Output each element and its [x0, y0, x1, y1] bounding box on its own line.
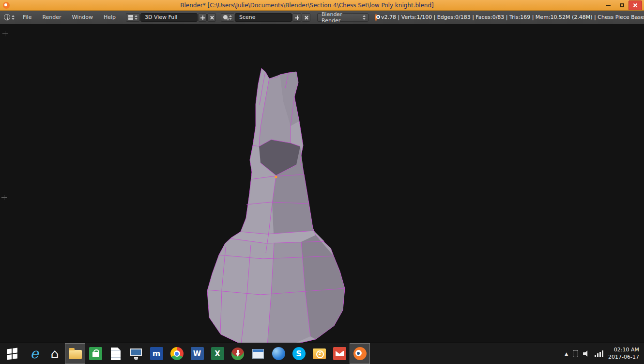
taskbar-internet-explorer[interactable]: e: [24, 343, 45, 364]
windows-logo-icon: [7, 348, 17, 360]
network-signal-icon[interactable]: [595, 350, 603, 357]
taskbar-m-app[interactable]: m: [146, 343, 167, 364]
download-manager-icon: [231, 348, 244, 360]
scene-browse-button[interactable]: [221, 13, 234, 22]
minimize-icon: [606, 5, 611, 6]
taskbar-skype[interactable]: S: [289, 343, 309, 364]
skype-icon: S: [292, 347, 306, 360]
folder-icon: [69, 350, 82, 359]
word-icon: W: [191, 347, 204, 360]
menu-render[interactable]: Render: [37, 14, 66, 20]
stepper-arrows-icon: [12, 15, 15, 20]
taskbar-chrome[interactable]: [167, 343, 187, 364]
gmail-icon: [333, 347, 346, 360]
system-tray: ▲ 02:10 AM 2017-06-17: [560, 343, 644, 364]
delete-layout-button[interactable]: [207, 13, 216, 22]
info-editor-icon: [4, 14, 10, 20]
monitor-icon: [130, 348, 142, 356]
blender-taskbar-icon: [353, 347, 367, 360]
viewport-3d[interactable]: [0, 24, 644, 343]
scene-widget: Scene: [221, 13, 310, 22]
close-button[interactable]: [629, 0, 642, 10]
taskbar-store[interactable]: [85, 343, 106, 364]
stepper-arrows-icon: [363, 15, 366, 20]
taskbar-document[interactable]: [106, 343, 126, 364]
mail-clock-icon: [313, 348, 326, 359]
blender-info-header: File Render Window Help 3D View Full Sce…: [0, 11, 644, 24]
excel-icon: X: [211, 347, 224, 360]
taskbar-excel[interactable]: X: [207, 343, 228, 364]
render-engine-dropdown[interactable]: Blender Render: [317, 13, 368, 22]
screen-layout-field[interactable]: 3D View Full: [140, 13, 198, 22]
device-icon[interactable]: [573, 350, 578, 357]
taskbar-browser[interactable]: [268, 343, 289, 364]
blender-app-icon[interactable]: [3, 2, 10, 9]
minimize-button[interactable]: [601, 0, 615, 10]
scene-icon: [223, 15, 228, 19]
start-button[interactable]: [0, 343, 24, 364]
home-icon: ⌂: [50, 347, 59, 360]
scene-statistics: v2.78 | Verts:1/100 | Edges:0/183 | Face…: [381, 14, 644, 20]
menu-file[interactable]: File: [17, 14, 37, 20]
clock-time: 02:10 AM: [608, 347, 639, 354]
scene-field[interactable]: Scene: [235, 13, 292, 22]
delete-scene-button[interactable]: [302, 13, 310, 22]
windows-taskbar: e ⌂ m W X: [0, 343, 644, 364]
maximize-icon: [620, 3, 624, 7]
taskbar-clock[interactable]: 02:10 AM 2017-06-17: [608, 347, 639, 361]
selected-vertex: [275, 175, 277, 178]
menu-window[interactable]: Window: [67, 14, 98, 20]
taskbar-word[interactable]: W: [187, 343, 207, 364]
chrome-icon: [170, 347, 184, 360]
close-icon: [633, 3, 638, 8]
taskbar-home[interactable]: ⌂: [45, 343, 65, 364]
store-icon: [89, 347, 102, 360]
document-icon: [111, 348, 121, 360]
blender-logo-icon: [375, 14, 377, 21]
render-engine-label: Blender Render: [322, 11, 363, 24]
add-layout-button[interactable]: [198, 13, 207, 22]
browser-icon: [272, 347, 285, 360]
knight-mesh: [0, 24, 644, 343]
layout-grid-icon: [128, 15, 133, 20]
tile-app-icon: [252, 349, 264, 359]
editor-type-selector[interactable]: [0, 14, 17, 20]
internet-explorer-icon: e: [30, 347, 38, 361]
maximize-button[interactable]: [615, 0, 629, 10]
m-app-icon: m: [150, 347, 163, 360]
taskbar-mail-clock[interactable]: [309, 343, 329, 364]
taskbar-remote-desktop[interactable]: [126, 343, 146, 364]
screen-layout-widget: 3D View Full: [126, 13, 216, 22]
taskbar-blender[interactable]: [350, 343, 370, 364]
window-titlebar: Blender* [C:\Users\Julie\Documents\Blend…: [0, 0, 644, 11]
menu-help[interactable]: Help: [98, 14, 121, 20]
stepper-arrows-icon: [229, 15, 232, 20]
clock-date: 2017-06-17: [608, 354, 639, 361]
taskbar-download-manager[interactable]: [228, 343, 248, 364]
window-title: Blender* [C:\Users\Julie\Documents\Blend…: [13, 2, 601, 9]
add-scene-button[interactable]: [292, 13, 301, 22]
taskbar-file-explorer[interactable]: [65, 343, 85, 364]
blender-window: Blender* [C:\Users\Julie\Documents\Blend…: [0, 0, 644, 364]
stepper-arrows-icon: [135, 15, 138, 20]
show-hidden-icons-button[interactable]: ▲: [565, 351, 568, 356]
taskbar-tile-app[interactable]: [248, 343, 268, 364]
volume-icon[interactable]: [583, 350, 590, 357]
screen-layout-browse-button[interactable]: [126, 13, 140, 22]
taskbar-gmail[interactable]: [329, 343, 350, 364]
